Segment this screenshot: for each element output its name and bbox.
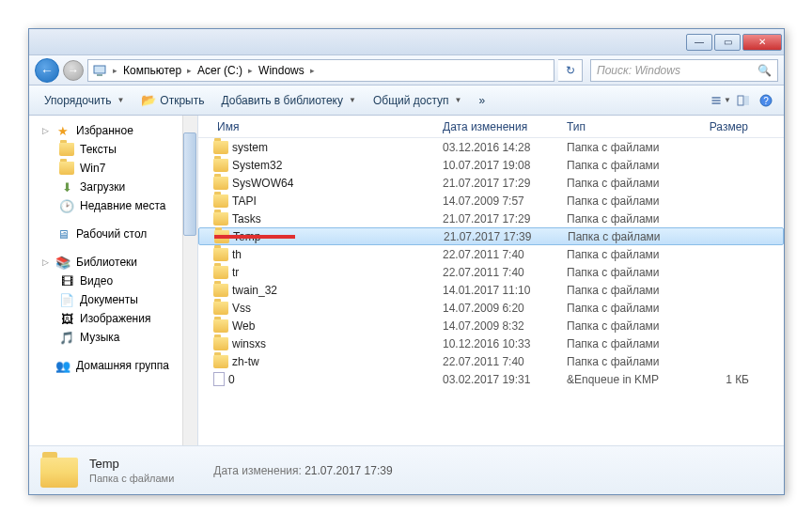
file-row[interactable]: tr22.07.2011 7:40Папка с файлами — [198, 263, 784, 281]
column-header-size[interactable]: Размер — [681, 120, 757, 133]
refresh-button[interactable]: ↻ — [558, 59, 583, 82]
favorites-group: ▷ ★ Избранное Тексты Win7 ⬇Загрузки 🕑Нед… — [29, 121, 197, 215]
breadcrumb-arrow-icon: ▸ — [308, 66, 317, 75]
sidebar-item-pictures[interactable]: 🖼Изображения — [29, 309, 197, 328]
file-name: zh-tw — [232, 355, 259, 368]
sidebar-item-videos[interactable]: 🎞Видео — [29, 272, 197, 290]
file-row[interactable]: TAPI14.07.2009 7:57Папка с файлами — [198, 192, 784, 210]
sidebar-scrollbar-thumb[interactable] — [183, 132, 196, 236]
homegroup-item[interactable]: 👥 Домашняя группа — [29, 356, 197, 375]
breadcrumb-segment[interactable]: Компьютер — [119, 64, 185, 77]
add-to-library-button[interactable]: Добавить в библиотеку ▼ — [213, 90, 363, 111]
file-type: Папка с файлами — [559, 194, 681, 208]
file-row[interactable]: Tasks21.07.2017 17:29Папка с файлами — [198, 210, 784, 227]
sidebar-item-music[interactable]: 🎵Музыка — [29, 328, 197, 347]
desktop-item[interactable]: 🖥 Рабочий стол — [29, 225, 197, 243]
highlight-mark — [214, 235, 295, 239]
breadcrumb-segment[interactable]: Acer (C:) — [194, 64, 246, 77]
sidebar-item-texts[interactable]: Тексты — [29, 140, 197, 159]
search-input[interactable]: Поиск: Windows 🔍 — [590, 59, 778, 82]
favorites-icon: ★ — [55, 123, 70, 138]
file-size: 1 КБ — [681, 373, 757, 386]
column-header-date[interactable]: Дата изменения — [435, 120, 559, 133]
chevron-down-icon: ▼ — [349, 96, 356, 104]
preview-pane-button[interactable] — [733, 90, 754, 111]
breadcrumb-arrow-icon: ▸ — [246, 66, 255, 75]
file-name: TAPI — [232, 194, 257, 208]
computer-icon — [92, 63, 107, 78]
chevron-down-icon: ▼ — [117, 96, 124, 104]
favorites-label: Избранное — [76, 124, 133, 137]
file-row[interactable]: System3210.07.2017 19:08Папка с файлами — [198, 156, 784, 174]
file-date: 03.02.2017 19:31 — [435, 373, 559, 386]
back-button[interactable]: ← — [35, 58, 59, 83]
file-row[interactable]: Web14.07.2009 8:32Папка с файлами — [198, 317, 784, 334]
close-button[interactable]: ✕ — [742, 34, 782, 51]
file-type: Папка с файлами — [560, 230, 682, 243]
recent-places-icon: 🕑 — [59, 198, 74, 213]
file-row[interactable]: zh-tw22.07.2011 7:40Папка с файлами — [198, 352, 784, 370]
svg-rect-6 — [744, 96, 749, 105]
file-name: System32 — [232, 159, 282, 172]
sidebar-item-label: Загрузки — [80, 180, 125, 194]
file-date: 10.12.2016 10:33 — [435, 337, 559, 350]
forward-button[interactable]: → — [63, 60, 84, 81]
folder-open-icon: 📂 — [141, 93, 156, 108]
file-row[interactable]: SysWOW6421.07.2017 17:29Папка с файлами — [198, 174, 784, 192]
open-button[interactable]: 📂 Открыть — [133, 89, 211, 112]
sidebar-item-label: Видео — [80, 274, 113, 288]
libraries-group: ▷ 📚 Библиотеки 🎞Видео 📄Документы 🖼Изобра… — [29, 253, 197, 347]
sidebar-item-label: Недавние места — [80, 199, 165, 212]
file-type: Папка с файлами — [559, 248, 681, 261]
folder-icon — [213, 355, 228, 368]
details-date-label: Дата изменения: — [213, 464, 302, 477]
folder-icon — [213, 248, 228, 261]
homegroup-icon: 👥 — [55, 358, 70, 373]
sidebar-scrollbar[interactable] — [182, 116, 197, 445]
favorites-header[interactable]: ▷ ★ Избранное — [29, 121, 197, 140]
folder-icon — [213, 212, 228, 225]
file-type: Папка с файлами — [559, 355, 681, 368]
expand-icon: ▷ — [42, 126, 50, 135]
sidebar-item-recent[interactable]: 🕑Недавние места — [29, 196, 197, 215]
desktop-label: Рабочий стол — [76, 227, 147, 241]
file-name: th — [232, 248, 242, 261]
breadcrumb-segment[interactable]: Windows — [255, 64, 308, 77]
file-row[interactable]: system03.12.2016 14:28Папка с файлами — [198, 138, 784, 156]
file-row[interactable]: 003.02.2017 19:31&Enqueue in KMP1 КБ — [198, 370, 784, 388]
column-header-name[interactable]: Имя — [198, 120, 435, 133]
file-type: Папка с файлами — [559, 177, 681, 190]
column-header-type[interactable]: Тип — [559, 120, 681, 133]
search-icon: 🔍 — [757, 64, 772, 77]
organize-button[interactable]: Упорядочить ▼ — [37, 90, 132, 111]
file-row[interactable]: th22.07.2011 7:40Папка с файлами — [198, 245, 784, 263]
sidebar-item-downloads[interactable]: ⬇Загрузки — [29, 178, 197, 196]
breadcrumb-arrow-icon: ▸ — [185, 66, 194, 75]
more-actions-button[interactable]: » — [471, 90, 492, 111]
toolbar: Упорядочить ▼ 📂 Открыть Добавить в библи… — [29, 86, 784, 116]
svg-rect-2 — [712, 97, 721, 99]
file-name: SysWOW64 — [232, 177, 293, 190]
open-label: Открыть — [160, 94, 204, 107]
view-options-button[interactable]: ▼ — [710, 90, 731, 111]
address-bar[interactable]: ▸ Компьютер ▸ Acer (C:) ▸ Windows ▸ — [87, 59, 554, 82]
maximize-button[interactable]: ▭ — [714, 34, 741, 51]
details-date-value: 21.07.2017 17:39 — [304, 464, 392, 477]
file-date: 21.07.2017 17:39 — [436, 230, 560, 243]
folder-icon — [213, 159, 228, 172]
file-row[interactable]: Temp21.07.2017 17:39Папка с файлами — [198, 227, 784, 245]
folder-icon — [213, 194, 228, 208]
file-type: &Enqueue in KMP — [559, 373, 681, 386]
minimize-button[interactable]: — — [686, 34, 712, 51]
file-row[interactable]: twain_3214.01.2017 11:10Папка с файлами — [198, 281, 784, 299]
details-item-name: Temp — [89, 457, 174, 471]
file-type: Папка с файлами — [559, 302, 681, 315]
share-button[interactable]: Общий доступ ▼ — [366, 90, 470, 111]
file-row[interactable]: Vss14.07.2009 6:20Папка с файлами — [198, 299, 784, 317]
file-row[interactable]: winsxs10.12.2016 10:33Папка с файлами — [198, 334, 784, 352]
libraries-header[interactable]: ▷ 📚 Библиотеки — [29, 253, 197, 272]
navigation-bar: ← → ▸ Компьютер ▸ Acer (C:) ▸ Windows ▸ … — [29, 55, 784, 86]
sidebar-item-documents[interactable]: 📄Документы — [29, 290, 197, 309]
help-button[interactable]: ? — [756, 90, 776, 111]
sidebar-item-win7[interactable]: Win7 — [29, 159, 197, 178]
